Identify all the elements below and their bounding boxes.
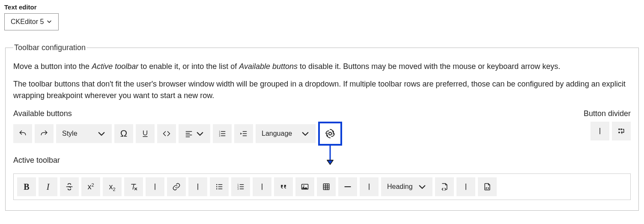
svg-rect-18: [620, 128, 622, 130]
svg-point-25: [216, 184, 218, 185]
code-block-button[interactable]: [435, 177, 454, 196]
bold-icon: B: [24, 182, 29, 192]
superscript-icon: x2: [87, 182, 94, 191]
field-label: Text editor: [4, 3, 640, 11]
code-button[interactable]: [157, 124, 176, 143]
bulleted-list-icon: [215, 182, 224, 191]
numbered-list-button-2[interactable]: 123: [231, 177, 250, 196]
image-button[interactable]: [295, 177, 314, 196]
code-icon: [162, 129, 171, 138]
button-divider-group: Button divider: [584, 109, 631, 140]
chevron-down-icon: [46, 18, 52, 26]
redo-icon: [40, 129, 48, 138]
help-text-1: Move a button into the Active toolbar to…: [13, 61, 631, 72]
indent-button[interactable]: [234, 124, 253, 143]
button-divider-label: Button divider: [584, 109, 631, 118]
separator-button[interactable]: [590, 122, 609, 140]
ai-assistant-icon: [325, 128, 336, 139]
chevron-down-icon: [418, 182, 426, 191]
remove-format-button[interactable]: [124, 177, 143, 196]
heading-label: Heading: [387, 183, 413, 191]
svg-rect-17: [618, 128, 620, 130]
subscript-button[interactable]: x2: [103, 177, 122, 196]
link-icon: [172, 182, 181, 191]
separator-icon: [462, 182, 470, 191]
chevron-down-icon: [196, 129, 204, 138]
bold-button[interactable]: B: [17, 177, 36, 196]
numbered-list-button[interactable]: 123: [213, 124, 232, 143]
svg-point-39: [303, 185, 304, 187]
table-icon: [322, 182, 331, 191]
source-icon: [483, 182, 492, 191]
separator-icon: [258, 182, 266, 191]
italic-button[interactable]: I: [39, 177, 57, 196]
separator-icon: [194, 182, 202, 191]
italic-icon: I: [47, 182, 50, 192]
toolbar-configuration-fieldset: Toolbar configuration Move a button into…: [5, 43, 639, 211]
separator-5[interactable]: [456, 177, 475, 196]
wrapping-breakpoint-button[interactable]: [612, 122, 631, 140]
image-icon: [301, 182, 309, 191]
svg-text:3: 3: [238, 188, 239, 190]
numbered-list-icon: 123: [236, 182, 245, 191]
undo-button[interactable]: [13, 124, 32, 143]
svg-rect-40: [323, 184, 329, 189]
svg-point-14: [329, 132, 332, 135]
svg-point-26: [216, 186, 218, 188]
style-label: Style: [62, 130, 78, 137]
available-buttons-row: Style Ω 123: [13, 122, 342, 146]
numbered-list-icon: 123: [218, 129, 227, 138]
horizontal-line-button[interactable]: [338, 177, 357, 196]
strikethrough-icon: [65, 182, 74, 191]
horizontal-line-icon: [343, 182, 352, 191]
svg-text:3: 3: [219, 134, 221, 137]
available-buttons-group: Available buttons Style Ω: [13, 109, 342, 146]
separator-3[interactable]: [253, 177, 271, 196]
active-toolbar-label: Active toolbar: [13, 156, 631, 165]
arrow-down-indicator: [325, 144, 335, 165]
chevron-down-icon: [301, 129, 310, 138]
indent-icon: [239, 129, 248, 138]
chevron-down-icon: [97, 129, 106, 138]
alignment-icon: [185, 129, 193, 138]
special-characters-icon: Ω: [120, 128, 127, 139]
separator-icon: [365, 182, 373, 191]
separator-icon: [151, 182, 159, 191]
code-block-icon: [440, 182, 449, 191]
subscript-icon: x2: [109, 182, 115, 191]
separator-2[interactable]: [188, 177, 207, 196]
source-button[interactable]: [478, 177, 497, 196]
separator-icon: [596, 127, 604, 135]
redo-button[interactable]: [35, 124, 54, 143]
heading-dropdown[interactable]: Heading: [381, 177, 432, 196]
language-label: Language: [262, 130, 292, 137]
help-text-2: The toolbar buttons that don't fit the u…: [13, 78, 631, 102]
ai-assistant-button[interactable]: [318, 122, 342, 146]
remove-format-icon: [129, 182, 138, 191]
text-editor-select-value: CKEditor 5: [11, 18, 44, 26]
svg-rect-19: [618, 132, 620, 133]
separator-1[interactable]: [146, 177, 164, 196]
link-button[interactable]: [167, 177, 186, 196]
text-editor-select[interactable]: CKEditor 5: [4, 13, 59, 30]
blockquote-icon: [279, 182, 288, 191]
active-toolbar-container: B I x2 x2 123: [13, 173, 631, 200]
undo-icon: [18, 129, 27, 138]
style-dropdown[interactable]: Style: [56, 124, 112, 143]
alignment-dropdown[interactable]: [179, 124, 210, 143]
table-button[interactable]: [317, 177, 336, 196]
svg-point-27: [216, 188, 218, 190]
separator-4[interactable]: [360, 177, 379, 196]
bulleted-list-button[interactable]: [210, 177, 229, 196]
available-buttons-label: Available buttons: [13, 109, 342, 118]
strikethrough-button[interactable]: [60, 177, 79, 196]
language-dropdown[interactable]: Language: [256, 124, 316, 143]
superscript-button[interactable]: x2: [81, 177, 100, 196]
fieldset-legend: Toolbar configuration: [13, 43, 86, 52]
wrapping-breakpoint-icon: [617, 127, 626, 135]
blockquote-button[interactable]: [274, 177, 293, 196]
special-characters-button[interactable]: Ω: [114, 124, 133, 143]
underline-button[interactable]: [136, 124, 155, 143]
underline-icon: [141, 129, 149, 138]
